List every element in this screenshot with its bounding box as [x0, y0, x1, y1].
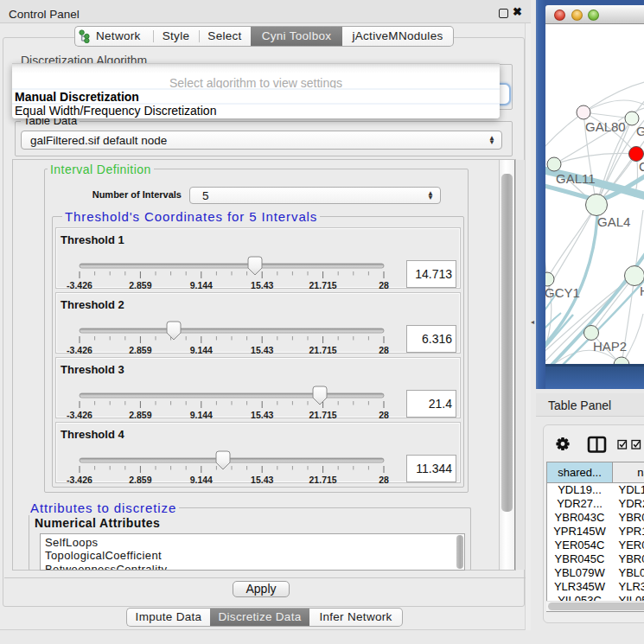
svg-text:-3.426: -3.426: [67, 280, 92, 290]
svg-text:28: 28: [379, 345, 389, 354]
svg-text:21.715: 21.715: [309, 280, 337, 290]
svg-text:2.859: 2.859: [129, 410, 151, 419]
svg-text:28: 28: [379, 475, 389, 484]
svg-text:GAL80: GAL80: [585, 119, 626, 134]
svg-text:GAL11: GAL11: [556, 171, 596, 186]
svg-text:28: 28: [379, 280, 389, 290]
svg-text:15.43: 15.43: [251, 345, 273, 354]
svg-text:2.859: 2.859: [129, 280, 151, 290]
svg-text:H: H: [640, 284, 644, 298]
svg-text:2.859: 2.859: [129, 475, 151, 484]
svg-text:GAL4: GAL4: [597, 214, 630, 229]
svg-text:-3.426: -3.426: [67, 475, 92, 484]
svg-text:-3.426: -3.426: [67, 410, 92, 419]
svg-text:GA: GA: [636, 124, 644, 138]
svg-text:21.715: 21.715: [309, 410, 337, 419]
svg-text:-3.426: -3.426: [67, 345, 92, 354]
svg-text:9.144: 9.144: [190, 410, 213, 419]
svg-text:15.43: 15.43: [251, 475, 273, 484]
svg-text:21.715: 21.715: [309, 345, 337, 354]
svg-text:15.43: 15.43: [251, 410, 273, 419]
svg-text:9.144: 9.144: [190, 280, 213, 290]
svg-text:15.43: 15.43: [251, 280, 273, 290]
svg-text:2.859: 2.859: [129, 345, 151, 354]
svg-text:9.144: 9.144: [190, 475, 213, 484]
svg-text:28: 28: [379, 410, 389, 419]
svg-text:21.715: 21.715: [309, 475, 337, 484]
svg-text:9.144: 9.144: [190, 345, 213, 354]
svg-text:HAP2: HAP2: [593, 339, 627, 354]
svg-text:C: C: [639, 159, 644, 174]
svg-text:GCY1: GCY1: [545, 285, 580, 300]
